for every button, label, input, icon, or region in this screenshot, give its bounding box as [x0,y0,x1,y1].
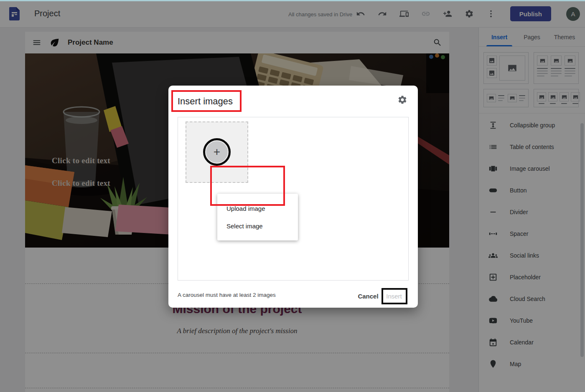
menu-item-select-image[interactable]: Select image [217,217,298,235]
annotation-black-circle: + [203,138,231,166]
dialog-content-area: + Upload image Select image [178,117,409,281]
dialog-settings-icon[interactable] [397,95,408,106]
menu-item-upload-image[interactable]: Upload image [217,200,298,217]
image-source-menu: Upload image Select image [217,194,298,240]
insert-button-disabled: Insert [385,290,403,302]
insert-images-dialog: Insert images + Upload image Select imag… [168,86,418,308]
cancel-button[interactable]: Cancel [357,290,379,302]
dialog-title: Insert images [178,96,233,107]
google-sites-editor: Project All changes saved in Drive [0,0,585,392]
carousel-requirement-note: A carousel must have at least 2 images [178,292,276,298]
top-edge-strip [0,0,585,1]
add-image-button[interactable]: + [206,141,228,163]
